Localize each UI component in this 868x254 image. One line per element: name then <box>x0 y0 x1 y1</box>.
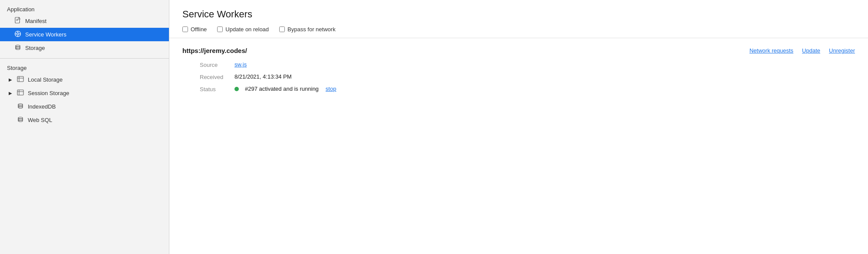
sidebar-item-local-storage[interactable]: ▶ Local Storage <box>0 73 169 86</box>
sw-origin: https://jeremy.codes/ <box>182 47 749 54</box>
session-storage-icon <box>17 89 24 97</box>
indexed-db-icon <box>17 102 24 111</box>
source-label: Source <box>200 61 234 68</box>
svg-point-21 <box>18 119 23 120</box>
web-sql-label: Web SQL <box>28 117 52 123</box>
svg-point-9 <box>16 46 20 48</box>
sw-received-row: Received 8/21/2021, 4:13:34 PM <box>182 73 855 80</box>
sw-actions: Network requests Update Unregister <box>749 47 855 54</box>
sidebar-divider <box>0 58 169 59</box>
sw-source-row: Source sw.js <box>182 61 855 68</box>
offline-label: Offline <box>191 26 207 33</box>
sidebar-item-storage[interactable]: Storage <box>0 41 169 55</box>
update-link[interactable]: Update <box>802 47 820 54</box>
svg-point-18 <box>18 105 23 107</box>
storage-label: Storage <box>25 45 45 51</box>
page-title: Service Workers <box>182 9 855 20</box>
status-dot <box>234 87 239 91</box>
sw-entry-header: https://jeremy.codes/ Network requests U… <box>182 47 855 54</box>
stop-link[interactable]: stop <box>326 86 337 92</box>
status-label: Status <box>200 86 234 92</box>
main-body: https://jeremy.codes/ Network requests U… <box>169 38 868 110</box>
storage-icon <box>14 44 22 52</box>
received-value: 8/21/2021, 4:13:34 PM <box>234 73 292 80</box>
main-content: Service Workers Offline Update on reload… <box>169 0 868 254</box>
manifest-label: Manifest <box>25 18 46 24</box>
local-storage-chevron: ▶ <box>9 77 12 82</box>
checkbox-row: Offline Update on reload Bypass for netw… <box>182 26 855 33</box>
sidebar-item-manifest[interactable]: Manifest <box>0 14 169 28</box>
sidebar-item-session-storage[interactable]: ▶ Session Storage <box>0 86 169 100</box>
sw-status-row: Status #297 activated and is running sto… <box>182 86 855 92</box>
network-requests-link[interactable]: Network requests <box>749 47 793 54</box>
service-workers-icon <box>14 30 22 39</box>
status-value: #297 activated and is running stop <box>234 86 336 92</box>
sw-entry: https://jeremy.codes/ Network requests U… <box>182 47 855 92</box>
session-storage-chevron: ▶ <box>9 91 12 96</box>
session-storage-label: Session Storage <box>28 90 69 96</box>
application-section-title: Application <box>0 3 169 14</box>
service-workers-label: Service Workers <box>25 31 66 38</box>
source-file-link[interactable]: sw.js <box>234 61 247 68</box>
svg-rect-13 <box>17 90 23 95</box>
sidebar: Application Manifest Serv <box>0 0 169 254</box>
manifest-icon <box>14 17 22 25</box>
bypass-for-network-label: Bypass for network <box>287 26 336 33</box>
sidebar-item-web-sql[interactable]: Web SQL <box>0 113 169 127</box>
sidebar-item-service-workers[interactable]: Service Workers <box>0 28 169 41</box>
web-sql-icon <box>17 116 24 124</box>
update-on-reload-checkbox[interactable] <box>217 26 223 32</box>
offline-checkbox[interactable] <box>182 26 188 32</box>
sidebar-item-indexed-db[interactable]: IndexedDB <box>0 100 169 113</box>
update-on-reload-checkbox-label[interactable]: Update on reload <box>217 26 269 33</box>
svg-rect-10 <box>17 76 23 82</box>
bypass-for-network-checkbox-label[interactable]: Bypass for network <box>279 26 336 33</box>
indexed-db-label: IndexedDB <box>28 103 56 110</box>
received-label: Received <box>200 73 234 80</box>
unregister-link[interactable]: Unregister <box>829 47 855 54</box>
status-text: #297 activated and is running <box>245 86 319 92</box>
offline-checkbox-label[interactable]: Offline <box>182 26 207 33</box>
storage-section-title: Storage <box>0 62 169 73</box>
source-value: sw.js <box>234 61 247 68</box>
svg-point-6 <box>17 33 19 35</box>
local-storage-icon <box>17 76 24 84</box>
bypass-for-network-checkbox[interactable] <box>279 26 285 32</box>
update-on-reload-label: Update on reload <box>225 26 269 33</box>
local-storage-label: Local Storage <box>28 76 63 83</box>
main-header: Service Workers Offline Update on reload… <box>169 0 868 38</box>
